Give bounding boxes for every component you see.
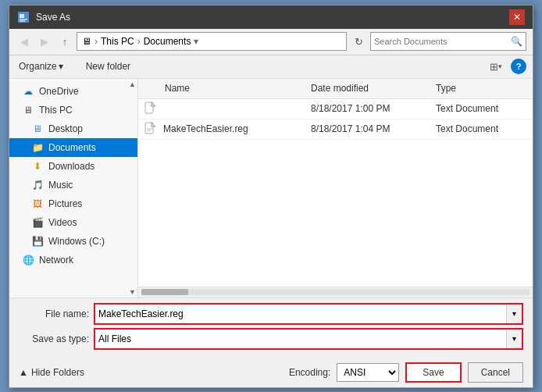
new-folder-button[interactable]: New folder <box>83 59 134 73</box>
sidebar-item-desktop-label: Desktop <box>48 123 83 134</box>
savetype-input[interactable] <box>95 330 506 348</box>
column-header-name[interactable]: Name <box>160 83 311 94</box>
organize-label: Organize <box>19 61 57 72</box>
breadcrumb-separator-2: › <box>137 36 141 47</box>
file-panel: Name Date modified Type 8/18/2017 1:00 P <box>138 79 533 298</box>
cancel-button[interactable]: Cancel <box>468 362 523 383</box>
file-type-1: Text Document <box>436 123 530 134</box>
savetype-dropdown-arrow[interactable]: ▾ <box>506 330 522 348</box>
dialog-title: Save As <box>36 12 70 23</box>
search-input[interactable] <box>374 37 511 46</box>
windows-icon: 💾 <box>31 235 44 248</box>
search-icon[interactable]: 🔍 <box>511 36 522 47</box>
sidebar-item-downloads[interactable]: ⬇ Downloads <box>9 157 137 176</box>
pictures-icon: 🖼 <box>31 198 44 210</box>
forward-button[interactable]: ▶ <box>36 33 53 50</box>
horizontal-scrollbar[interactable] <box>138 287 533 298</box>
sidebar-item-pictures-label: Pictures <box>48 198 82 209</box>
network-icon: 🌐 <box>22 254 34 266</box>
view-icon: ⊞ <box>490 61 498 73</box>
breadcrumb[interactable]: 🖥 › This PC › Documents ▾ <box>77 32 347 51</box>
sidebar-item-documents-label: Documents <box>48 142 96 153</box>
file-type-0: Text Document <box>436 103 530 114</box>
breadcrumb-separator: › <box>94 36 98 47</box>
breadcrumb-item-documents[interactable]: Documents <box>144 36 191 47</box>
onedrive-icon: ☁ <box>22 85 34 98</box>
documents-icon: 📁 <box>31 141 44 154</box>
refresh-button[interactable]: ↻ <box>350 33 367 50</box>
breadcrumb-item-thispc[interactable]: This PC <box>101 36 134 47</box>
sidebar-item-onedrive-label: OneDrive <box>39 86 79 97</box>
hide-folders-button[interactable]: ▲ Hide Folders <box>19 367 84 378</box>
sidebar-item-downloads-label: Downloads <box>48 161 94 172</box>
hide-folders-arrow: ▲ <box>19 367 28 378</box>
sidebar-scroll-up[interactable]: ▲ <box>129 80 136 88</box>
back-button[interactable]: ◀ <box>16 33 33 50</box>
encoding-label: Encoding: <box>289 367 330 378</box>
filename-label: File name: <box>19 308 89 319</box>
file-header: Name Date modified Type <box>138 79 533 99</box>
videos-icon: 🎬 <box>31 216 44 229</box>
file-date-1: 8/18/2017 1:04 PM <box>311 123 436 134</box>
title-bar: Save As ✕ <box>9 5 533 29</box>
filename-dropdown-arrow[interactable]: ▾ <box>506 305 522 323</box>
sidebar-item-documents[interactable]: 📁 Documents <box>9 138 137 157</box>
sidebar-item-music-label: Music <box>48 180 73 191</box>
savetype-input-wrap: ▾ <box>94 328 523 350</box>
desktop-icon: 🖥 <box>31 123 44 135</box>
organize-arrow: ▾ <box>59 61 63 72</box>
scroll-thumb[interactable] <box>141 289 188 295</box>
dialog-icon <box>17 11 30 23</box>
downloads-icon: ⬇ <box>31 160 44 173</box>
sidebar-item-network[interactable]: 🌐 Network <box>9 251 137 269</box>
sidebar: ▲ ☁ OneDrive 🖥 This PC 🖥 Desktop 📁 Docum… <box>9 79 138 298</box>
breadcrumb-root-icon: 🖥 <box>82 36 91 47</box>
view-arrow: ▾ <box>498 62 502 70</box>
file-icon-1 <box>141 122 160 136</box>
file-icon-0 <box>141 102 160 116</box>
search-box: 🔍 <box>370 32 526 51</box>
sidebar-item-windows[interactable]: 💾 Windows (C:) <box>9 232 137 251</box>
column-header-type[interactable]: Type <box>436 83 530 94</box>
sidebar-item-music[interactable]: 🎵 Music <box>9 176 137 194</box>
filename-input-wrap: ▾ <box>94 303 523 325</box>
hide-folders-label: Hide Folders <box>31 367 84 378</box>
music-icon: 🎵 <box>31 179 44 191</box>
file-date-0: 8/18/2017 1:00 PM <box>311 103 436 114</box>
sidebar-item-thispc[interactable]: 🖥 This PC <box>9 101 137 119</box>
save-as-dialog: Save As ✕ ◀ ▶ ↑ 🖥 › This PC › Documents … <box>9 5 533 388</box>
view-button[interactable]: ⊞ ▾ <box>487 58 505 75</box>
sidebar-item-network-label: Network <box>39 255 73 265</box>
savetype-label: Save as type: <box>19 333 89 344</box>
encoding-select[interactable]: ANSI <box>337 363 399 382</box>
main-content: ▲ ☁ OneDrive 🖥 This PC 🖥 Desktop 📁 Docum… <box>9 79 533 298</box>
column-header-date[interactable]: Date modified <box>311 83 436 94</box>
file-row[interactable]: MakeTechEasier.reg 8/18/2017 1:04 PM Tex… <box>138 119 533 140</box>
bottom-section: File name: ▾ Save as type: ▾ <box>9 298 533 358</box>
sidebar-item-onedrive[interactable]: ☁ OneDrive <box>9 82 137 101</box>
sidebar-item-windows-label: Windows (C:) <box>48 236 105 247</box>
sidebar-item-thispc-label: This PC <box>39 105 73 116</box>
navigation-toolbar: ◀ ▶ ↑ 🖥 › This PC › Documents ▾ ↻ 🔍 <box>9 29 533 55</box>
sidebar-item-videos[interactable]: 🎬 Videos <box>9 213 137 232</box>
filename-row: File name: ▾ <box>19 303 523 325</box>
up-button[interactable]: ↑ <box>56 33 73 50</box>
breadcrumb-arrow: ▾ <box>194 36 198 47</box>
savetype-row: Save as type: ▾ <box>19 328 523 350</box>
organize-button[interactable]: Organize ▾ <box>16 59 66 73</box>
sidebar-scroll-down[interactable]: ▼ <box>129 288 136 296</box>
help-button[interactable]: ? <box>511 59 526 74</box>
sidebar-item-videos-label: Videos <box>48 217 77 228</box>
footer-bar: ▲ Hide Folders Encoding: ANSI Save Cance… <box>9 358 533 387</box>
sidebar-item-desktop[interactable]: 🖥 Desktop <box>9 119 137 138</box>
file-list: 8/18/2017 1:00 PM Text Document MakeTech… <box>138 99 533 287</box>
file-name-1: MakeTechEasier.reg <box>160 123 311 134</box>
title-bar-left: Save As <box>17 11 70 23</box>
filename-input[interactable] <box>95 305 506 323</box>
file-row[interactable]: 8/18/2017 1:00 PM Text Document <box>138 99 533 119</box>
sidebar-item-pictures[interactable]: 🖼 Pictures <box>9 194 137 213</box>
thispc-icon: 🖥 <box>22 104 34 116</box>
action-bar: Organize ▾ New folder ⊞ ▾ ? <box>9 55 533 79</box>
save-button[interactable]: Save <box>405 362 461 383</box>
close-button[interactable]: ✕ <box>509 9 525 25</box>
